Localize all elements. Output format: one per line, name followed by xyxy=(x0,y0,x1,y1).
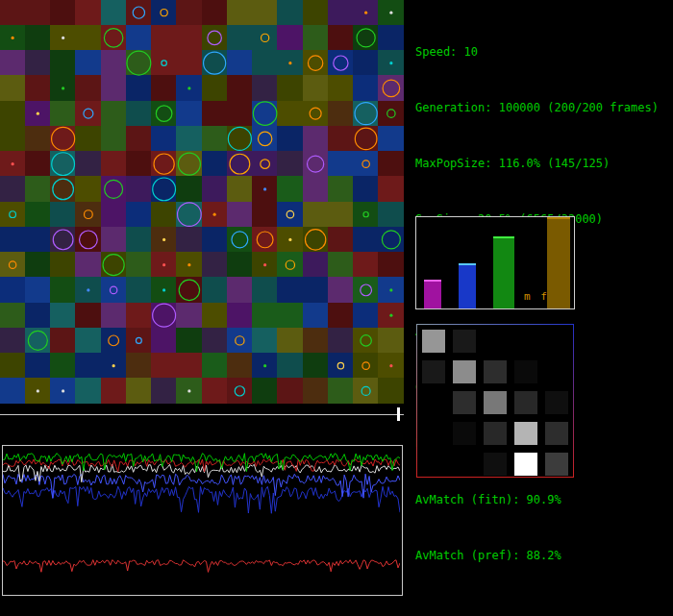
stat-avmatch-pref: AvMatch (pref): 88.2% xyxy=(415,547,671,565)
stat-generation: Generation: 100000 (200/200 frames) xyxy=(415,99,671,117)
bar-chart-label: m f xyxy=(524,290,549,303)
bar-3 xyxy=(547,217,570,308)
heatmap-border-bottom xyxy=(416,477,574,478)
heatmap-canvas xyxy=(417,325,573,477)
simulation-window: Speed: 10 Generation: 100000 (200/200 fr… xyxy=(0,0,673,616)
heatmap-border-left xyxy=(416,324,417,478)
stat-speed: Speed: 10 xyxy=(415,43,671,62)
timeline-track[interactable] xyxy=(0,414,404,415)
heatmap-border-right xyxy=(573,324,574,478)
stat-avmatch-fitn: AvMatch (fitn): 90.9% xyxy=(415,491,671,509)
world-grid-canvas xyxy=(0,0,404,404)
heatmap-border-top xyxy=(416,324,574,325)
bar-1 xyxy=(459,263,476,308)
stat-maxpopsize: MaxPopSize: 116.0% (145/125) xyxy=(415,155,671,173)
bar-0 xyxy=(424,280,441,308)
timeline-marker[interactable] xyxy=(397,407,400,421)
history-plot xyxy=(2,445,403,596)
heatmap xyxy=(416,324,574,478)
bar-2 xyxy=(493,236,514,308)
history-plot-canvas xyxy=(3,446,400,593)
bar-chart: m f xyxy=(415,216,575,309)
